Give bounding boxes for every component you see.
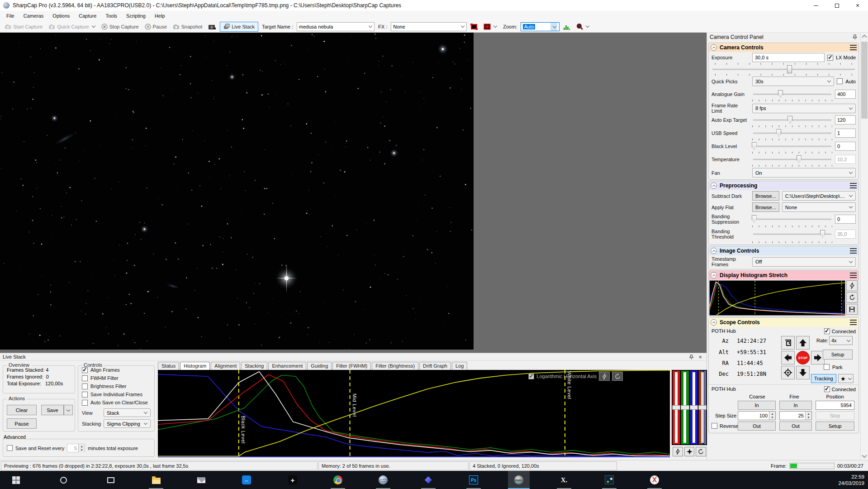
goto-target-button[interactable]: [781, 366, 795, 379]
scrollbar-thumb[interactable]: [861, 42, 868, 119]
exposure-input[interactable]: 30,0 s: [752, 53, 825, 62]
auto-exp-target-slider[interactable]: [752, 115, 832, 125]
auto-stretch-button[interactable]: [673, 447, 683, 456]
spinner-arrows-icon[interactable]: ▲▼: [805, 412, 811, 420]
save-stretch-button[interactable]: [846, 304, 858, 315]
pin-icon[interactable]: [689, 355, 694, 360]
save-and-reset-checkbox[interactable]: [7, 445, 13, 451]
brightness-filter-checkbox[interactable]: [82, 384, 88, 389]
menu-options[interactable]: Options: [48, 11, 74, 21]
menu-tools[interactable]: Tools: [101, 11, 122, 21]
snapshot-button[interactable]: Snapshot: [171, 22, 204, 32]
usb-speed-slider[interactable]: [752, 129, 832, 138]
taskbar-file-explorer[interactable]: [145, 471, 167, 489]
pause-button[interactable]: Pause: [142, 22, 169, 32]
rate-combo[interactable]: 4x: [829, 336, 853, 345]
start-capture-button[interactable]: Start Capture: [2, 22, 45, 32]
collapse-icon[interactable]: [711, 272, 717, 278]
menu-scripting[interactable]: Scripting: [122, 11, 150, 21]
menu-icon[interactable]: [850, 45, 857, 50]
focuser-connected-checkbox[interactable]: [824, 386, 830, 392]
fine-out-button[interactable]: Out: [779, 422, 812, 431]
black-level-slider[interactable]: [752, 142, 832, 151]
slew-down-button[interactable]: [796, 366, 810, 379]
fine-in-button[interactable]: In: [779, 401, 812, 410]
menu-icon[interactable]: [850, 320, 857, 325]
histogram-plot[interactable]: Black Level Mid Level White Level Logari…: [158, 370, 670, 457]
tab-status[interactable]: Status: [158, 362, 179, 370]
minimize-button[interactable]: [806, 0, 826, 11]
exposure-auto-checkbox[interactable]: [837, 78, 843, 84]
show-histogram-button[interactable]: [561, 22, 573, 32]
reverse-checkbox[interactable]: [711, 423, 717, 429]
reset-levels-button[interactable]: [696, 447, 706, 456]
slew-left-button[interactable]: [781, 351, 795, 364]
green-level-slider[interactable]: [681, 371, 688, 444]
stop-capture-button[interactable]: Stop Capture: [99, 22, 141, 32]
pause-stack-button[interactable]: Pause: [7, 418, 37, 429]
apply-flat-combo[interactable]: None: [782, 202, 856, 212]
usb-speed-value[interactable]: 1: [835, 129, 856, 138]
reset-stretch-button[interactable]: [612, 372, 623, 381]
live-preview-image[interactable]: [0, 33, 474, 350]
scroll-down-icon[interactable]: [862, 453, 867, 458]
tab-drift-graph[interactable]: Drift Graph: [419, 362, 451, 370]
park-checkbox[interactable]: [824, 364, 830, 370]
folder-monitor-camera-button[interactable]: [206, 22, 218, 32]
tab-filter-fwhm-[interactable]: Filter (FWHM): [332, 362, 371, 370]
mount-setup-button[interactable]: Setup: [823, 350, 853, 360]
taskbar-teamviewer[interactable]: ↔: [236, 471, 257, 489]
collapse-icon[interactable]: [711, 319, 717, 326]
start-button[interactable]: [5, 471, 27, 489]
view-combo[interactable]: Stack: [104, 408, 151, 417]
focuser-setup-button[interactable]: Setup: [816, 422, 854, 431]
target-name-combo[interactable]: medusa nebula: [297, 22, 375, 31]
save-button[interactable]: Save: [41, 405, 64, 415]
tracking-button[interactable]: Tracking: [811, 374, 836, 383]
auto-stretch-button[interactable]: [599, 372, 610, 381]
close-button[interactable]: ×: [847, 0, 868, 11]
fx-combo[interactable]: None: [391, 22, 467, 31]
combined-level-slider[interactable]: [699, 371, 706, 444]
panel-scrollbar[interactable]: [860, 33, 868, 460]
tab-log[interactable]: Log: [452, 362, 467, 370]
mid-level-guide-label[interactable]: Mid Level: [352, 393, 357, 417]
taskbar-planetarium[interactable]: [372, 471, 394, 489]
stretch-histogram-plot[interactable]: [709, 280, 845, 316]
menu-icon[interactable]: [850, 248, 857, 254]
mount-connected-checkbox[interactable]: [824, 328, 830, 334]
tab-guiding[interactable]: Guiding: [307, 362, 332, 370]
banding-suppression-value[interactable]: 0: [835, 215, 856, 224]
zoom-combo[interactable]: Auto: [521, 22, 560, 31]
taskbar-photoshop[interactable]: Ps: [463, 471, 484, 489]
apply-stretch-button[interactable]: [684, 447, 695, 456]
maximize-button[interactable]: [826, 0, 847, 11]
auto-stretch-button[interactable]: [846, 280, 858, 291]
collapse-icon[interactable]: [711, 44, 717, 51]
clear-button[interactable]: Clear: [7, 405, 37, 415]
tab-filter-brightness-[interactable]: Filter (Brightness): [372, 362, 418, 370]
subtract-dark-combo[interactable]: C:\Users\Steph\Desktop\SharpC...: [782, 191, 856, 201]
taskbar-sharpcap[interactable]: [508, 471, 530, 489]
analogue-gain-slider[interactable]: [752, 90, 832, 99]
clear-area-button[interactable]: [481, 22, 499, 32]
pin-icon[interactable]: [852, 34, 858, 40]
quick-capture-button[interactable]: Quick Capture: [46, 22, 97, 32]
tab-histogram[interactable]: Histogram: [180, 362, 210, 370]
subtract-dark-browse-button[interactable]: Browse...: [752, 191, 779, 201]
tab-enhancement[interactable]: Enhancement: [268, 362, 306, 370]
taskbar-snipping-tool[interactable]: [644, 471, 665, 489]
black-level-value[interactable]: 0: [835, 142, 856, 151]
close-panel-icon[interactable]: ×: [698, 354, 702, 360]
fine-step-spinner[interactable]: 25 ▲▼: [779, 411, 812, 420]
search-button[interactable]: [52, 471, 74, 489]
frame-rate-limit-combo[interactable]: 8 fps: [752, 104, 856, 113]
lx-mode-checkbox[interactable]: [827, 55, 833, 61]
taskbar-chrome[interactable]: [327, 471, 349, 489]
taskbar-mail[interactable]: [190, 471, 212, 489]
tab-alignment[interactable]: Alignment: [211, 362, 240, 370]
taskbar-clock[interactable]: 22:59 24/03/2019: [838, 474, 864, 486]
log-axis-checkbox[interactable]: [528, 374, 534, 379]
reset-stretch-button[interactable]: [846, 292, 858, 303]
taskbar-astrometry[interactable]: [598, 471, 620, 489]
